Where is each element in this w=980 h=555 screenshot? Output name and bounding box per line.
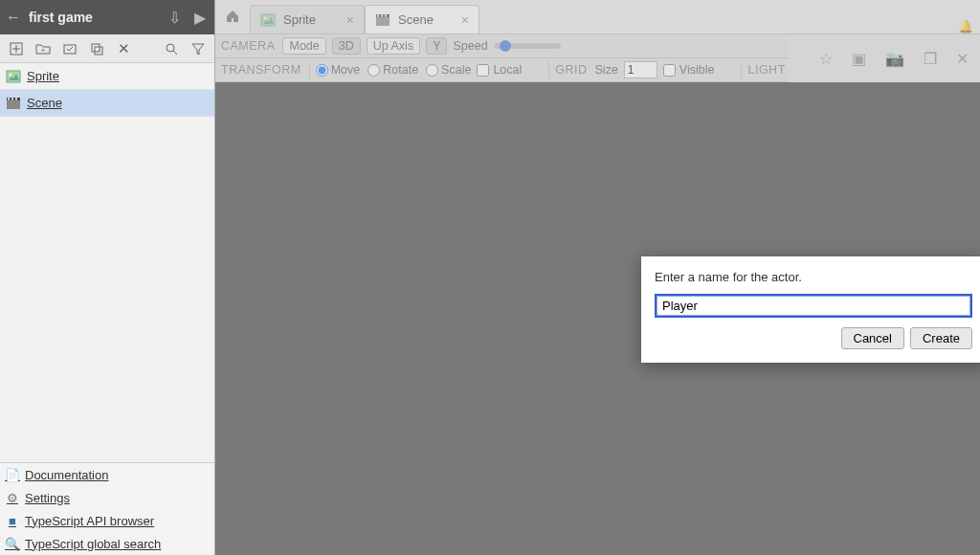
svg-rect-12 [7, 100, 20, 109]
new-folder-icon[interactable]: + [31, 37, 56, 60]
new-asset-icon[interactable] [4, 37, 29, 60]
cancel-button[interactable]: Cancel [841, 327, 904, 349]
checkbox-label: Visible [679, 63, 715, 77]
checkbox-label: Local [493, 63, 522, 77]
svg-point-17 [264, 16, 267, 19]
asset-item-sprite[interactable]: Sprite [0, 63, 214, 90]
transform-scale-radio[interactable]: Scale [426, 63, 471, 77]
svg-rect-16 [261, 14, 275, 26]
up-axis-label: Up Axis [367, 37, 420, 55]
filter-icon[interactable] [186, 37, 211, 60]
dialog-button-row: Cancel Create [655, 327, 972, 349]
download-icon[interactable]: ⇩ [166, 9, 184, 27]
link-settings[interactable]: ⚙ Settings [0, 486, 214, 509]
right-icon-strip: ☆ ▣ 📷 ❐ ✕ [789, 34, 980, 82]
sidebar-links: 📄 Documentation ⚙ Settings ■ TypeScript … [0, 462, 214, 555]
link-label: Settings [25, 491, 70, 505]
gear-icon: ⚙ [6, 491, 19, 504]
new-actor-dialog: Enter a name for the actor. Cancel Creat… [641, 256, 980, 363]
asset-label: Sprite [27, 69, 59, 83]
tab-bar: Sprite × Scene × 🔔 [215, 0, 980, 34]
svg-rect-6 [95, 47, 102, 55]
sprite-icon [6, 69, 21, 84]
transform-section-label: TRANSFORM [221, 63, 301, 77]
grid-size-input[interactable] [624, 61, 657, 78]
play-icon[interactable]: ▶ [191, 9, 209, 27]
visible-checkbox[interactable]: Visible [663, 63, 715, 77]
camera-mode-label: Mode [282, 37, 325, 55]
speed-label: Speed [453, 39, 487, 53]
sidebar-toolbar: + ✕ [0, 34, 214, 63]
transform-move-radio[interactable]: Move [316, 63, 361, 77]
svg-text:+: + [41, 46, 46, 55]
grid-section-label: GRID [555, 63, 587, 77]
radio-label: Rotate [383, 63, 418, 77]
project-title: first game [29, 10, 158, 25]
close-icon[interactable]: × [346, 12, 354, 28]
svg-rect-22 [385, 14, 387, 16]
local-checkbox[interactable]: Local [477, 63, 522, 77]
svg-rect-20 [377, 14, 379, 16]
back-icon[interactable]: ← [6, 9, 21, 26]
dialog-title: Enter a name for the actor. [655, 270, 972, 284]
sidebar: ← first game ⇩ ▶ + ✕ [0, 0, 215, 555]
stack-icon[interactable]: ❐ [924, 50, 937, 68]
close-icon[interactable]: × [461, 12, 469, 28]
screen-icon[interactable]: ▣ [852, 50, 866, 68]
duplicate-icon[interactable] [84, 37, 109, 60]
link-label: TypeScript global search [25, 537, 161, 551]
svg-rect-15 [15, 98, 17, 100]
asset-list: Sprite Scene [0, 63, 214, 462]
actor-name-input[interactable] [655, 294, 972, 318]
sprite-icon [260, 12, 276, 28]
svg-rect-13 [8, 98, 10, 100]
svg-rect-21 [381, 14, 383, 16]
link-label: TypeScript API browser [25, 514, 154, 528]
up-axis-button[interactable]: Y [426, 37, 447, 55]
camera-section-label: CAMERA [221, 39, 275, 53]
svg-point-7 [167, 44, 174, 52]
asset-item-scene[interactable]: Scene [0, 90, 214, 117]
camera-icon[interactable]: 📷 [885, 50, 904, 68]
cube-icon: ■ [6, 514, 19, 527]
radio-label: Move [331, 63, 361, 77]
main-area: Sprite × Scene × 🔔 CAMERA Mode 3D Up Axi… [215, 0, 980, 555]
scene-icon [6, 96, 21, 111]
size-label: Size [595, 63, 618, 77]
scene-icon [375, 12, 390, 28]
create-button[interactable]: Create [910, 327, 972, 349]
tab-label: Sprite [283, 12, 316, 27]
svg-rect-5 [92, 44, 100, 52]
close-panel-icon[interactable]: ✕ [956, 50, 969, 68]
doc-icon: 📄 [6, 468, 19, 481]
search-icon[interactable] [159, 37, 184, 60]
notifications-icon[interactable]: 🔔 [951, 19, 980, 33]
svg-rect-9 [7, 71, 20, 82]
link-api-browser[interactable]: ■ TypeScript API browser [0, 509, 214, 532]
home-tab-icon[interactable] [215, 0, 250, 33]
radio-label: Scale [441, 63, 471, 77]
link-global-search[interactable]: 🔍 TypeScript global search [0, 532, 214, 555]
camera-mode-button[interactable]: 3D [332, 37, 361, 55]
transform-rotate-radio[interactable]: Rotate [368, 63, 418, 77]
asset-label: Scene [27, 96, 62, 110]
edit-icon[interactable] [57, 37, 82, 60]
link-documentation[interactable]: 📄 Documentation [0, 463, 214, 486]
svg-point-10 [10, 73, 12, 76]
tab-label: Scene [398, 12, 434, 27]
svg-line-8 [173, 51, 177, 55]
sidebar-header: ← first game ⇩ ▶ [0, 0, 214, 34]
light-section-label: LIGHT [747, 63, 785, 77]
svg-rect-14 [11, 98, 13, 100]
search-icon: 🔍 [6, 537, 19, 550]
tab-scene[interactable]: Scene × [365, 5, 479, 33]
speed-slider[interactable] [494, 43, 561, 49]
delete-icon[interactable]: ✕ [111, 37, 136, 60]
tab-sprite[interactable]: Sprite × [250, 5, 365, 33]
link-label: Documentation [25, 468, 108, 482]
svg-rect-19 [376, 17, 390, 26]
star-icon[interactable]: ☆ [819, 50, 833, 68]
transform-radio-group: Move Rotate Scale [316, 63, 472, 77]
